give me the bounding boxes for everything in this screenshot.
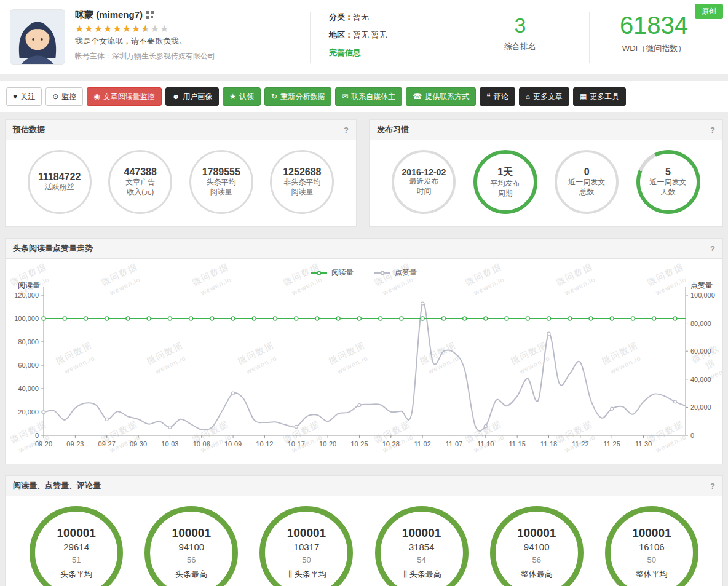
svg-text:11-02: 11-02 <box>414 440 430 448</box>
read-count: 100001 <box>517 526 556 540</box>
help-icon[interactable]: ? <box>710 244 715 253</box>
circle-value: 5 <box>665 167 671 178</box>
more-articles-button[interactable]: ⌂更多文章 <box>519 87 569 106</box>
legend-label: 阅读量 <box>331 267 354 278</box>
metric-circle: 0近一周发文总数 <box>555 150 619 214</box>
habit-circles: 2016-12-02最近发布时间1天平均发布周期0近一周发文总数5近一周发文天数 <box>370 140 722 226</box>
svg-text:120,000: 120,000 <box>14 291 39 299</box>
star-icon: ★ <box>132 24 140 34</box>
svg-text:10-12: 10-12 <box>256 440 273 448</box>
chart-container: 020,00040,00060,00080,000100,000120,0000… <box>6 279 722 457</box>
circle-label: 文章广告 <box>125 178 155 188</box>
wdi-label: WDI（微问指数） <box>590 43 718 54</box>
svg-text:10-20: 10-20 <box>319 440 336 448</box>
help-icon[interactable]: ? <box>710 125 715 135</box>
rank-label: 综合排名 <box>451 41 589 52</box>
profile-card: 咪蒙 (mimeng7) ★★★★★★★★★★★ 我是个女流氓，请不要欺负我。 … <box>0 0 728 74</box>
medal-icon: ★ <box>229 93 236 100</box>
svg-text:100,000: 100,000 <box>690 291 715 299</box>
star-icon: ★ <box>84 24 93 34</box>
comment-count: 56 <box>532 555 540 564</box>
follow-button[interactable]: ♥关注 <box>6 87 42 106</box>
circle-label: 最近发布 <box>409 177 438 187</box>
svg-text:11-07: 11-07 <box>446 440 462 448</box>
button-label: 重新分析数据 <box>280 92 325 102</box>
account-name: 咪蒙 (mimeng7) <box>75 9 143 21</box>
read-monitor-button[interactable]: ◉文章阅读量监控 <box>87 87 161 106</box>
legend-label: 点赞量 <box>395 267 417 278</box>
monitor-button[interactable]: ⊙监控 <box>46 87 83 106</box>
metric-circle: 5近一周发文天数 <box>636 150 700 214</box>
svg-text:0: 0 <box>35 432 39 439</box>
like-count: 10317 <box>294 542 320 552</box>
grid-icon: ▦ <box>580 93 587 100</box>
claim-button[interactable]: ★认领 <box>223 87 261 106</box>
panel-title: 头条阅读量点赞量走势 <box>13 243 93 254</box>
qrcode-icon[interactable] <box>146 11 154 19</box>
svg-text:11-30: 11-30 <box>635 440 652 448</box>
summary-label: 非头条最高 <box>402 569 441 580</box>
circle-label: 周期 <box>498 189 513 199</box>
svg-text:10-17: 10-17 <box>288 440 305 448</box>
star-icon: ★ <box>94 24 103 34</box>
svg-text:09-20: 09-20 <box>35 440 52 448</box>
legend-marker-icon <box>311 272 327 274</box>
button-label: 用户画像 <box>183 92 212 102</box>
button-label: 更多文章 <box>533 92 563 102</box>
user-portrait-button[interactable]: ☻用户画像 <box>165 87 220 106</box>
like-count: 29614 <box>63 542 89 552</box>
original-badge: 原创 <box>695 4 723 19</box>
like-count: 16106 <box>639 542 665 552</box>
svg-text:60,000: 60,000 <box>18 362 39 369</box>
svg-text:11-22: 11-22 <box>572 440 588 448</box>
svg-text:10-25: 10-25 <box>350 440 368 448</box>
profile-meta: 分类：暂无 地区：暂无 暂无 完善信息 <box>311 9 451 65</box>
eye-icon: ◉ <box>93 93 100 100</box>
like-count: 94100 <box>524 542 550 552</box>
home-icon: ⌂ <box>526 93 530 100</box>
metric-circle: 2016-12-02最近发布时间 <box>392 150 456 214</box>
comment-count: 56 <box>187 555 196 564</box>
provide-contact-button[interactable]: ☎提供联系方式 <box>406 87 476 106</box>
svg-text:40,000: 40,000 <box>690 376 711 383</box>
svg-text:80,000: 80,000 <box>690 320 711 327</box>
metric-circle: 447388文章广告收入(元) <box>108 150 172 214</box>
svg-text:11-18: 11-18 <box>540 440 557 448</box>
svg-text:10-09: 10-09 <box>224 440 242 448</box>
comments-button[interactable]: ❝评论 <box>480 87 515 106</box>
button-label: 更多工具 <box>590 92 619 102</box>
trend-line-chart: 020,00040,00060,00080,000100,000120,0000… <box>6 279 722 457</box>
svg-text:40,000: 40,000 <box>18 385 39 392</box>
star-icon: ★ <box>160 24 168 34</box>
help-icon[interactable]: ? <box>710 481 715 491</box>
svg-text:60,000: 60,000 <box>690 347 711 355</box>
circle-label: 时间 <box>416 187 431 197</box>
star-icon: ★ <box>151 24 159 34</box>
more-tools-button[interactable]: ▦更多工具 <box>573 87 626 106</box>
legend-item-likes[interactable]: 点赞量 <box>374 267 417 278</box>
svg-text:点赞量: 点赞量 <box>690 281 713 290</box>
legend-ring-icon <box>381 271 385 275</box>
circle-label: 近一周发文 <box>650 178 687 188</box>
summary-label: 整体平均 <box>636 569 668 580</box>
help-icon[interactable]: ? <box>344 125 349 135</box>
svg-text:11-15: 11-15 <box>508 440 525 448</box>
legend-item-reads[interactable]: 阅读量 <box>311 267 354 278</box>
summary-circle: 1000011610650整体平均 <box>605 506 698 586</box>
phone-icon: ☎ <box>413 93 422 100</box>
complete-info-link[interactable]: 完善信息 <box>329 48 361 57</box>
circle-label: 非头条平均 <box>283 178 320 188</box>
svg-text:09-30: 09-30 <box>130 440 147 448</box>
summary-circle: 1000012961451头条平均 <box>30 506 123 586</box>
circle-value: 0 <box>584 167 590 178</box>
metric-circle: 1天平均发布周期 <box>473 150 537 214</box>
reanalyze-button[interactable]: ↻重新分析数据 <box>264 87 331 106</box>
svg-text:11-10: 11-10 <box>477 440 494 448</box>
contact-owner-button[interactable]: ✉联系自媒体主 <box>335 87 402 106</box>
button-label: 提供联系方式 <box>425 92 469 102</box>
circle-value: 1789555 <box>202 167 240 178</box>
like-count: 31854 <box>409 542 435 552</box>
metric-circle: 11184722活跃粉丝 <box>28 150 92 214</box>
star-icon: ★★ <box>141 24 149 34</box>
button-label: 监控 <box>61 92 76 102</box>
